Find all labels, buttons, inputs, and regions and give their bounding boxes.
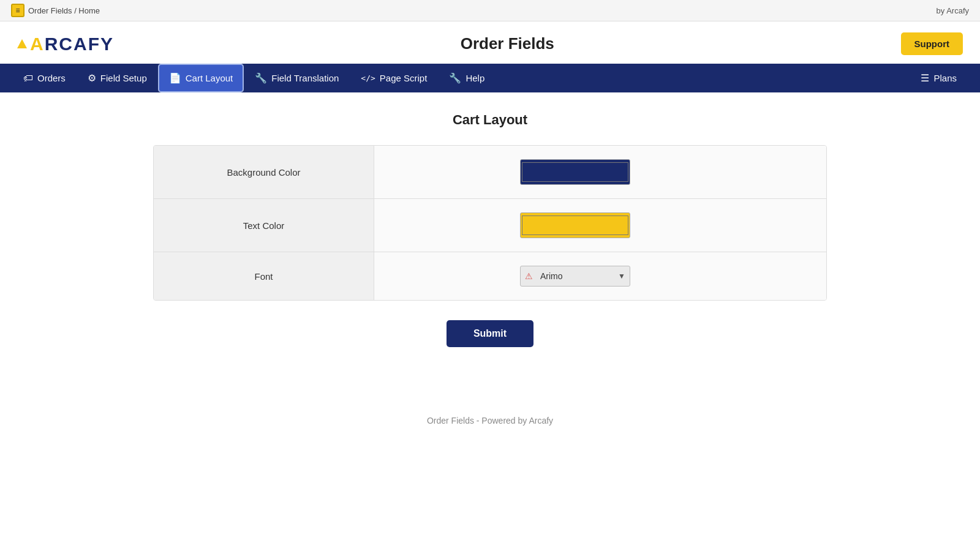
submit-button[interactable]: Submit (447, 320, 533, 347)
app-icon: ≡ (11, 4, 24, 17)
background-color-input[interactable] (520, 159, 630, 185)
plans-icon: ☰ (921, 72, 929, 84)
nav-field-setup[interactable]: ⚙ Field Setup (77, 64, 158, 92)
background-color-label: Background Color (154, 146, 374, 198)
nav-field-translation-label: Field Translation (271, 73, 339, 83)
page-script-icon: </> (361, 73, 375, 83)
by-label: by Arcafy (937, 6, 969, 15)
form-table: Background Color Text Color Font ⚠ Arimo… (153, 145, 827, 301)
font-select-wrapper: ⚠ Arimo Arial Georgia Roboto Open Sans ▼ (520, 266, 630, 287)
cart-layout-icon: 📄 (169, 72, 181, 84)
nav-plans-label: Plans (933, 73, 957, 83)
logo-rest: RCAFY (45, 34, 114, 54)
field-translation-icon: 🔧 (255, 72, 267, 84)
logo-text: ARCAFY (30, 34, 114, 54)
nav-cart-layout[interactable]: 📄 Cart Layout (158, 64, 244, 92)
nav-page-script[interactable]: </> Page Script (350, 64, 438, 92)
orders-icon: 🏷 (23, 73, 33, 84)
cart-layout-title: Cart Layout (24, 112, 956, 128)
text-color-row: Text Color (154, 199, 826, 252)
nav-field-setup-label: Field Setup (100, 73, 147, 83)
nav-help[interactable]: 🔧 Help (438, 64, 496, 92)
font-select[interactable]: Arimo Arial Georgia Roboto Open Sans (520, 266, 630, 287)
breadcrumb: Order Fields / Home (28, 6, 100, 15)
nav-help-label: Help (466, 73, 484, 83)
nav-orders-label: Orders (37, 73, 66, 83)
logo-triangle-icon (17, 39, 27, 48)
help-icon: 🔧 (449, 72, 461, 84)
field-setup-icon: ⚙ (88, 72, 96, 84)
background-color-row: Background Color (154, 146, 826, 199)
font-label: Font (154, 252, 374, 300)
main-content: Cart Layout Background Color Text Color … (0, 92, 980, 367)
nav-cart-layout-label: Cart Layout (186, 73, 233, 83)
support-button[interactable]: Support (901, 32, 963, 55)
top-bar: ≡ Order Fields / Home by Arcafy (0, 0, 980, 21)
header: ARCAFY Order Fields Support (0, 21, 980, 64)
nav-plans[interactable]: ☰ Plans (910, 64, 968, 92)
nav-orders[interactable]: 🏷 Orders (12, 64, 77, 92)
font-value-cell: ⚠ Arimo Arial Georgia Roboto Open Sans ▼ (374, 252, 826, 300)
logo: ARCAFY (17, 34, 114, 54)
footer-text: Order Fields - Powered by Arcafy (427, 416, 553, 425)
nav-bar: 🏷 Orders ⚙ Field Setup 📄 Cart Layout 🔧 F… (0, 64, 980, 92)
text-color-label: Text Color (154, 199, 374, 252)
breadcrumb-area: ≡ Order Fields / Home (11, 4, 100, 17)
text-color-input[interactable] (520, 212, 630, 238)
nav-field-translation[interactable]: 🔧 Field Translation (244, 64, 350, 92)
nav-page-script-label: Page Script (380, 73, 428, 83)
text-color-value-cell (374, 199, 826, 252)
footer: Order Fields - Powered by Arcafy (0, 416, 980, 444)
warning-icon: ⚠ (525, 271, 533, 281)
submit-row: Submit (24, 320, 956, 347)
page-title: Order Fields (114, 34, 900, 53)
logo-a: A (30, 34, 45, 54)
background-color-value-cell (374, 146, 826, 198)
font-row: Font ⚠ Arimo Arial Georgia Roboto Open S… (154, 252, 826, 300)
